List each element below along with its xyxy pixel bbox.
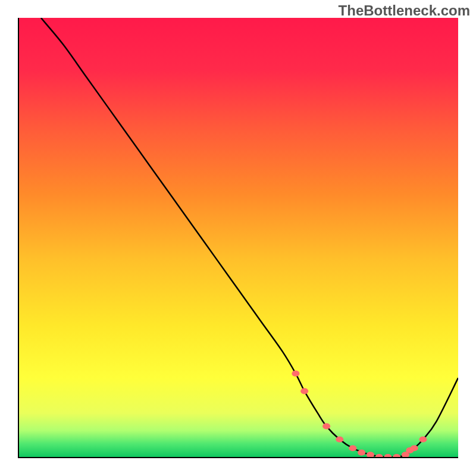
marker-point: [411, 445, 418, 451]
marker-point: [358, 450, 365, 456]
curve-layer: [19, 18, 458, 457]
marker-point: [375, 454, 383, 457]
chart-container: TheBottleneck.com: [0, 0, 476, 476]
marker-point: [292, 371, 299, 377]
marker-point: [349, 445, 356, 451]
marker-point: [384, 454, 392, 457]
marker-point: [300, 388, 308, 394]
marker-point: [322, 423, 330, 429]
watermark-text: TheBottleneck.com: [339, 2, 470, 19]
marker-point: [393, 454, 400, 457]
marker-point: [367, 452, 374, 457]
marker-point: [419, 436, 427, 442]
bottleneck-curve: [41, 18, 458, 457]
highlight-markers: [292, 371, 427, 457]
plot-area: [18, 18, 458, 458]
marker-point: [336, 436, 343, 442]
